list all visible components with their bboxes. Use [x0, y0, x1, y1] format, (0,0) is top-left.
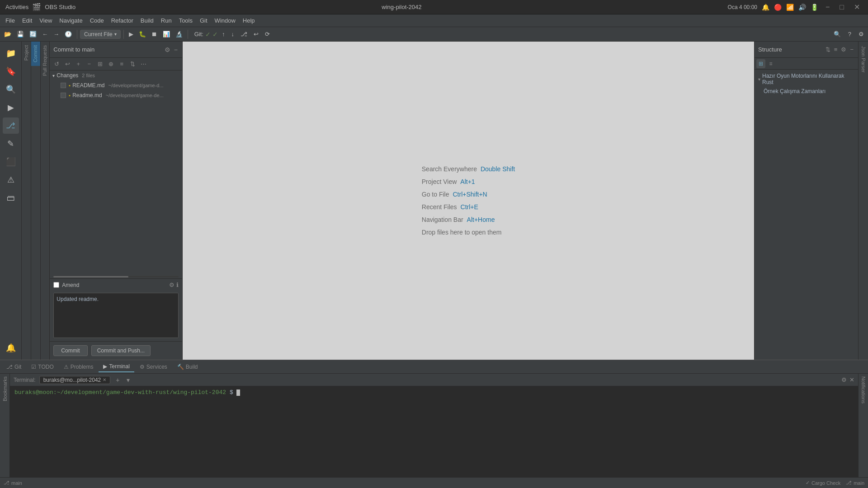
st-expand-icon[interactable]: ⊞: [756, 59, 765, 68]
status-cargo[interactable]: ✓ Cargo Check: [806, 480, 840, 486]
bookmarks-label[interactable]: Bookmarks: [1, 374, 9, 404]
sidebar-db-btn[interactable]: 🗃: [3, 190, 19, 206]
status-branch[interactable]: ⎇ main: [4, 480, 22, 486]
ct-minus-icon[interactable]: −: [84, 59, 94, 69]
bottom-tab-problems[interactable]: ⚠ Problems: [59, 362, 98, 372]
systray-icon1[interactable]: 🔴: [774, 4, 782, 11]
amend-label[interactable]: Amend: [62, 282, 79, 288]
sidebar-issues-btn[interactable]: ⚠: [3, 172, 19, 188]
menu-window[interactable]: Window: [211, 15, 239, 26]
toolbar-history-icon[interactable]: 🕐: [62, 30, 74, 38]
amend-checkbox[interactable]: [53, 282, 59, 288]
minimize-btn[interactable]: −: [823, 2, 832, 12]
commit-label[interactable]: Commit: [31, 42, 40, 66]
file-checkbox-1[interactable]: [61, 83, 66, 88]
settings-icon[interactable]: ⚙: [856, 30, 866, 38]
systray-icon2[interactable]: 📶: [786, 4, 794, 11]
toolbar-save-icon[interactable]: 💾: [14, 30, 26, 38]
structure-filter-icon[interactable]: ⇅: [825, 45, 831, 54]
menu-refactor[interactable]: Refactor: [108, 15, 137, 26]
sidebar-git-btn[interactable]: ⎇: [3, 117, 19, 134]
git-branch-icon[interactable]: ⎇: [238, 30, 250, 38]
run-btn[interactable]: ▶: [127, 30, 136, 38]
structure-settings-icon[interactable]: ⚙: [840, 45, 847, 54]
tree-item-root[interactable]: ▾ Hazır Oyun Motorlarını Kullanarak Rust: [756, 71, 856, 87]
close-btn[interactable]: ✕: [851, 2, 863, 12]
bottom-tab-git[interactable]: ⎇ Git: [2, 362, 26, 372]
sidebar-bookmark-btn[interactable]: 🔖: [3, 63, 19, 80]
sidebar-commit-btn[interactable]: ✎: [3, 136, 19, 152]
coverage-btn[interactable]: 🔬: [173, 30, 185, 38]
git-checkmark1-icon[interactable]: ✓: [205, 31, 211, 38]
file-checkbox-2[interactable]: [61, 93, 66, 98]
git-pull-icon[interactable]: ↓: [229, 30, 236, 38]
sidebar-terminal-btn[interactable]: ⬛: [3, 154, 19, 170]
ct-sort-icon[interactable]: ⇅: [127, 59, 137, 69]
toolbar-refresh-icon[interactable]: 🔄: [27, 30, 39, 38]
stop-btn[interactable]: ⏹: [149, 30, 160, 38]
commit-minimize-icon[interactable]: −: [173, 45, 179, 54]
help-icon[interactable]: ?: [846, 30, 854, 38]
menu-file[interactable]: File: [2, 15, 19, 26]
ct-undo-icon[interactable]: ↩: [62, 59, 72, 69]
menu-tools[interactable]: Tools: [175, 15, 196, 26]
terminal-close-icon[interactable]: ✕: [849, 376, 854, 383]
terminal-settings-icon[interactable]: ⚙: [841, 376, 847, 383]
ct-zoom-icon[interactable]: ⊕: [106, 59, 116, 69]
debug-btn[interactable]: 🐛: [137, 30, 148, 38]
bottom-tab-todo[interactable]: ☑ TODO: [27, 362, 58, 372]
bottom-tab-build[interactable]: 🔨 Build: [173, 362, 203, 372]
git-checkmark2-icon[interactable]: ✓: [212, 31, 218, 38]
terminal-output[interactable]: buraks@moon:~/development/game-dev-with-…: [10, 386, 858, 477]
menu-git[interactable]: Git: [196, 15, 211, 26]
menu-help[interactable]: Help: [239, 15, 259, 26]
right-strip-label[interactable]: Json Parser: [859, 43, 868, 75]
bottom-tab-terminal[interactable]: ▶ Terminal: [99, 361, 134, 372]
terminal-tab-item[interactable]: buraks@mo...pilot-2042 ✕: [39, 376, 111, 384]
toolbar-back-icon[interactable]: ←: [40, 30, 50, 38]
changes-header[interactable]: ▾ Changes 2 files: [50, 70, 182, 80]
toolbar-open-icon[interactable]: 📂: [2, 30, 14, 38]
file-item-readme2[interactable]: ▪ Readme.md ~/development/game-de...: [50, 90, 182, 100]
current-file-selector[interactable]: Current File ▾: [80, 30, 121, 39]
commit-message-input[interactable]: Updated readme.: [53, 293, 179, 338]
sidebar-project-btn[interactable]: 📁: [3, 45, 19, 61]
ct-refresh-icon[interactable]: ↺: [52, 59, 61, 69]
terminal-tab-close-icon[interactable]: ✕: [103, 377, 106, 382]
systray-icon4[interactable]: 🔋: [811, 4, 818, 11]
restore-btn[interactable]: □: [837, 2, 847, 12]
status-main[interactable]: ⎇ main: [846, 480, 864, 486]
ct-more-icon[interactable]: ⋯: [138, 59, 148, 69]
project-label[interactable]: Project: [22, 42, 30, 64]
git-push-icon[interactable]: ↑: [220, 30, 227, 38]
git-revert-icon[interactable]: ↩: [251, 30, 261, 38]
structure-minimize-icon[interactable]: −: [849, 45, 854, 54]
commit-settings-icon[interactable]: ⚙: [164, 45, 171, 54]
structure-sort-icon[interactable]: ≡: [833, 45, 839, 54]
sidebar-find-btn[interactable]: 🔍: [3, 81, 19, 98]
bottom-tab-services[interactable]: ⚙ Services: [135, 362, 172, 372]
file-item-readme[interactable]: ▪ README.md ~/development/game-d...: [50, 80, 182, 90]
profile-btn[interactable]: 📊: [160, 30, 172, 38]
amend-info-icon[interactable]: ℹ: [176, 282, 179, 288]
terminal-expand-icon[interactable]: ▾: [125, 376, 132, 384]
st-list-icon[interactable]: ≡: [766, 59, 775, 68]
menu-run[interactable]: Run: [157, 15, 175, 26]
git-refresh-icon[interactable]: ⟳: [263, 30, 272, 38]
menu-build[interactable]: Build: [137, 15, 157, 26]
commit-button[interactable]: Commit: [53, 345, 87, 356]
ct-view-icon[interactable]: ⊞: [95, 59, 105, 69]
tree-item-child[interactable]: Örnek Çalışma Zamanları: [756, 87, 856, 96]
alarm-icon[interactable]: 🔔: [762, 4, 769, 11]
menu-navigate[interactable]: Navigate: [56, 15, 86, 26]
menu-code[interactable]: Code: [86, 15, 108, 26]
menu-edit[interactable]: Edit: [19, 15, 36, 26]
terminal-add-icon[interactable]: +: [114, 376, 121, 384]
sidebar-notifications-btn[interactable]: 🔔: [3, 340, 19, 356]
notifications-label[interactable]: Notifications: [859, 374, 868, 406]
systray-icon3[interactable]: 🔊: [798, 4, 806, 11]
ct-plus-icon[interactable]: +: [73, 59, 83, 69]
search-icon[interactable]: 🔍: [831, 30, 843, 38]
commit-and-push-button[interactable]: Commit and Push...: [91, 345, 151, 356]
amend-settings-icon[interactable]: ⚙: [169, 282, 175, 288]
